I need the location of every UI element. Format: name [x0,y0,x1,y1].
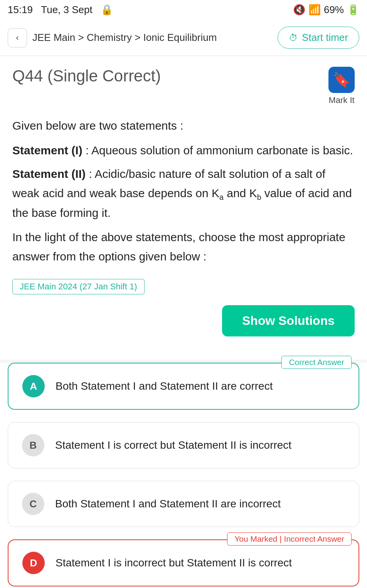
nav-bar: ‹ JEE Main > Chemistry > Ionic Equilibri… [0,20,367,56]
options-section: Correct Answer A Both Statement I and St… [0,363,367,588]
sub-a: a [219,193,224,201]
nav-left: ‹ JEE Main > Chemistry > Ionic Equilibri… [8,28,217,47]
option-wrapper-b: B Statement I is correct but Statement I… [8,422,359,468]
option-circle-c: C [22,493,44,515]
option-wrapper-a: Correct Answer A Both Statement I and St… [8,363,359,410]
option-wrapper-d: You Marked | Incorrect Answer D Statemen… [8,539,359,586]
status-right: 🔇 📶 69% 🔋 [293,4,359,16]
correct-answer-banner: Correct Answer [281,356,352,369]
option-text-d: Statement I is incorrect but Statement I… [56,557,292,569]
option-circle-d: D [22,552,45,574]
option-text-c: Both Statement I and Statement II are in… [55,498,281,510]
sub-b: b [257,193,261,201]
exam-tag: JEE Main 2024 (27 Jan Shift 1) [12,279,145,294]
battery-percent: 69% [324,4,344,16]
question-intro: Given below are two statements : [12,116,355,135]
statement-1: Statement (I) : Aqueous solution of ammo… [12,141,355,160]
battery-icon: 🔋 [347,4,359,16]
time: 15:19 [8,4,33,15]
start-timer-button[interactable]: ⏱ Start timer [278,27,359,49]
question-title: Q44 (Single Correct) [12,67,161,85]
incorrect-answer-banner: You Marked | Incorrect Answer [227,532,352,546]
option-circle-b: B [22,434,44,456]
question-header: Q44 (Single Correct) 🔖 Mark It [12,67,355,105]
start-timer-label: Start timer [302,32,348,44]
option-card-a[interactable]: A Both Statement I and Statement II are … [8,363,359,410]
mark-it-button[interactable]: 🔖 Mark It [328,67,355,105]
status-bar: 15:19 Tue, 3 Sept 🔒 🔇 📶 69% 🔋 [0,0,367,20]
status-time-date: 15:19 Tue, 3 Sept 🔒 [8,4,113,16]
back-button[interactable]: ‹ [8,28,27,47]
statement-2-label: Statement (II) [12,167,86,180]
mute-icon: 🔇 [293,4,305,16]
date: Tue, 3 Sept [41,4,92,15]
statement-2: Statement (II) : Acidic/basic nature of … [12,164,355,222]
lock-icon: 🔒 [101,4,113,15]
solutions-row: Show Solutions [12,305,355,336]
question-body: Given below are two statements : Stateme… [12,116,355,266]
mark-it-label: Mark It [328,95,354,105]
question-conclude: In the light of the above statements, ch… [12,228,355,266]
option-circle-a: A [22,375,45,397]
bookmark-icon: 🔖 [333,72,350,88]
show-solutions-button[interactable]: Show Solutions [222,305,355,336]
bookmark-icon-wrap: 🔖 [328,67,355,93]
statement-1-label: Statement (I) [12,144,82,157]
option-wrapper-c: C Both Statement I and Statement II are … [8,481,359,527]
option-text-a: Both Statement I and Statement II are co… [56,380,273,392]
option-card-c[interactable]: C Both Statement I and Statement II are … [8,481,359,527]
option-card-d[interactable]: D Statement I is incorrect but Statement… [8,539,359,586]
statement-1-text: : Aqueous solution of ammonium carbonate… [86,144,353,157]
signal-icon: 📶 [308,4,321,16]
timer-icon: ⏱ [289,32,298,43]
option-text-b: Statement I is correct but Statement II … [55,439,291,451]
main-content: Q44 (Single Correct) 🔖 Mark It Given bel… [0,56,367,360]
breadcrumb: JEE Main > Chemistry > Ionic Equilibrium [32,32,217,44]
option-card-b[interactable]: B Statement I is correct but Statement I… [8,422,359,468]
